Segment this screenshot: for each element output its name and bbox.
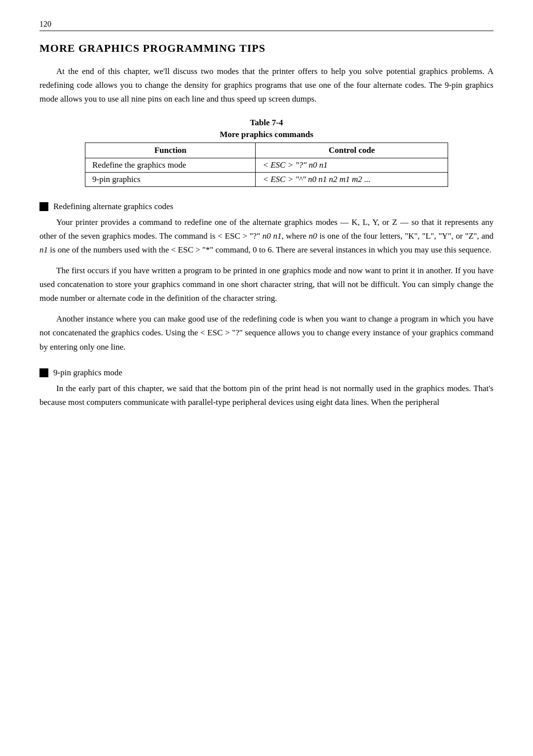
section-heading-text-9pin: 9-pin graphics mode [53,368,122,378]
table-cell-function-1: 9-pin graphics [85,173,256,187]
section-1-para-0: In the early part of this chapter, we sa… [39,382,494,409]
section-0-para-0: Your printer provides a command to redef… [39,216,494,257]
table-title: Table 7-4 [39,118,494,128]
col-header-function: Function [85,143,256,158]
table-row: 9-pin graphics< ESC > "^" n0 n1 n2 m1 m2… [85,173,448,187]
page-number: 120 [39,20,494,29]
section-heading-text-redefining: Redefining alternate graphics codes [53,202,173,212]
section-0-para-2: Another instance where you can make good… [39,312,494,354]
section-0-para-1: The first occurs if you have written a p… [39,264,494,305]
table-subtitle: More praphics commands [39,130,494,140]
table-cell-code-0: < ESC > "?" n0 n1 [256,158,448,173]
section-1-body: In the early part of this chapter, we sa… [39,382,494,409]
section-0-body: Your printer provides a command to redef… [39,216,494,354]
col-header-control-code: Control code [256,143,448,158]
table-cell-code-1: < ESC > "^" n0 n1 n2 m1 m2 ... [256,173,448,187]
top-rule [39,31,494,31]
section-heading-9pin: 9-pin graphics mode [39,368,494,378]
chapter-title: MORE GRAPHICS PROGRAMMING TIPS [39,42,494,55]
table-row: Redefine the graphics mode< ESC > "?" n0… [85,158,448,173]
table-container: Table 7-4 More praphics commands Functio… [39,118,494,187]
bullet-square-icon [39,202,48,211]
intro-paragraph: At the end of this chapter, we'll discus… [39,65,494,106]
table-cell-function-0: Redefine the graphics mode [85,158,256,173]
section-heading-redefining: Redefining alternate graphics codes [39,202,494,212]
data-table: Function Control code Redefine the graph… [85,143,448,187]
bullet-square-icon-2 [39,368,48,377]
